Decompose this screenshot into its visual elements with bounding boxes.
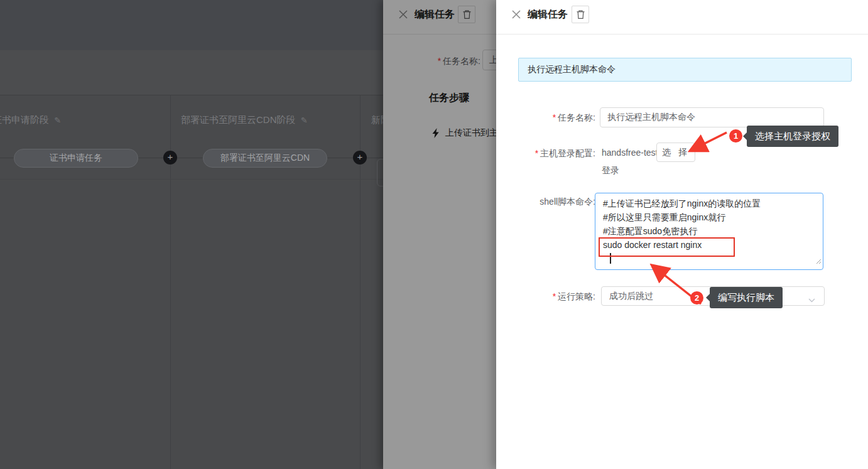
task-pill-deploy-cdn: 部署证书至阿里云CDN [203,149,327,168]
chevron-down-icon [808,294,815,305]
step1-tooltip: 选择主机登录授权 [747,126,838,147]
task-name-label: *任务名称: [496,112,595,124]
shell-line: #注意配置sudo免密执行 [603,224,815,238]
stage-title-text: 证书申请阶段 [0,114,49,125]
shell-script-textarea[interactable]: #上传证书已经放到了nginx的读取的位置 #所以这里只需要重启nginx就行 … [595,193,823,270]
edit-stage-icon: ✎ [54,116,61,125]
task-type-alert: 执行远程主机脚本命令 [518,58,852,82]
host-login-value-wrap: 登录 [602,165,619,176]
run-strategy-value: 成功后跳过 [609,291,653,302]
task-pill-cert-request: 证书申请任务 [14,149,138,168]
drawer-title: 编辑任务 [528,8,568,21]
host-login-value: handsfree-test [602,148,658,158]
shell-line: #上传证书已经放到了nginx的读取的位置 [603,197,815,210]
run-strategy-label: *运行策略: [496,291,595,303]
shell-line: #所以这里只需要重启nginx就行 [603,210,815,224]
edit-task-drawer-back: 编辑任务 *任务名称: 上传证书到主机 任务步骤 上传证书到主机 [383,0,496,469]
shell-script-label: shell脚本命令: [496,197,595,208]
step2-tooltip: 编写执行脚本 [710,287,783,308]
task-pill-label: 证书申请任务 [50,153,102,164]
drawer-header: 编辑任务 [496,0,868,35]
step1-badge: 1 [729,129,742,143]
canvas-row-line [0,179,389,180]
stage-title-1: 证书申请阶段 ✎ [0,114,61,126]
tooltip-arrow [706,294,710,301]
host-login-label: *主机登录配置: [496,148,595,159]
step2-badge: 2 [690,291,703,305]
stage-title-text: 部署证书至阿里云CDN阶段 [181,114,296,125]
task-pill-label: 部署证书至阿里云CDN [220,153,310,164]
edit-stage-icon: ✎ [301,116,308,125]
task-name-input[interactable] [600,107,824,127]
drawer-mask [383,0,496,469]
select-host-button[interactable]: 选 择 [656,143,695,162]
add-task-icon: + [353,151,367,164]
edit-task-drawer: 编辑任务 执行远程主机脚本命令 *任务名称: *主机登录配置: handsfre… [496,0,868,469]
close-icon[interactable] [511,9,521,19]
delete-task-button[interactable] [572,6,589,23]
highlight-red-box [599,237,735,257]
step1-tooltip-text: 选择主机登录授权 [755,131,830,143]
add-task-icon: + [163,151,177,164]
tooltip-arrow [743,132,747,140]
app-root: 证书申请阶段 ✎ 部署证书至阿里云CDN阶段 ✎ 新阶段 证书申请任务 部署证书… [0,0,868,469]
step2-tooltip-text: 编写执行脚本 [718,292,774,304]
textarea-resize-handle[interactable] [816,254,822,268]
stage-title-2: 部署证书至阿里云CDN阶段 ✎ [181,114,308,126]
